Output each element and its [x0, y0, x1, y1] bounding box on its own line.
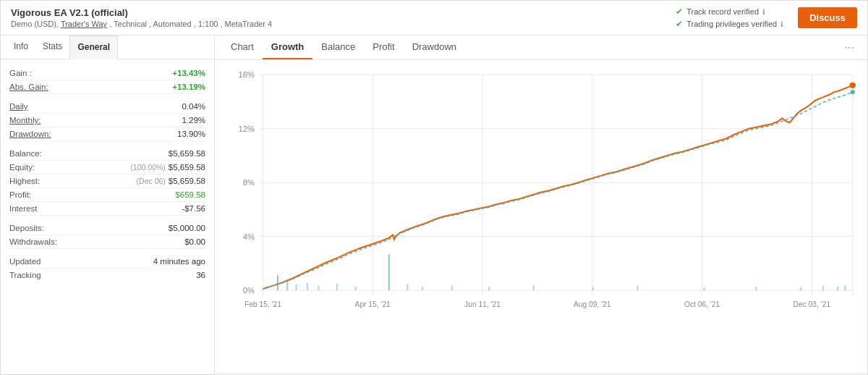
- growth-end-dot: [850, 83, 856, 88]
- highest-label: Highest:: [9, 177, 40, 185]
- balance-row: Balance: $5,659.58: [9, 147, 205, 161]
- chart-tab-chart[interactable]: Chart: [222, 35, 263, 59]
- left-tabs: Info Stats General: [1, 35, 214, 59]
- chart-tabs: Chart Growth Balance Profit Drawdown ···: [215, 35, 867, 60]
- svg-text:8%: 8%: [243, 178, 255, 187]
- chart-area: 16% 12% 8% 4% 0% Feb 15, '21 Apr 15, '21…: [215, 60, 867, 373]
- svg-text:16%: 16%: [239, 70, 255, 79]
- monthly-value: 1.29%: [182, 116, 205, 125]
- track-record-label: Track record verified: [686, 7, 759, 16]
- growth-chart-svg: 16% 12% 8% 4% 0% Feb 15, '21 Apr 15, '21…: [222, 67, 860, 344]
- daily-label: Daily: [9, 102, 28, 111]
- svg-text:12%: 12%: [239, 125, 255, 133]
- equity-label: Equity:: [9, 163, 35, 172]
- drawdown-value: 13.90%: [177, 130, 205, 138]
- tab-general[interactable]: General: [69, 35, 118, 59]
- chart-tab-drawdown[interactable]: Drawdown: [404, 35, 465, 59]
- drawdown-label: Drawdown:: [9, 130, 51, 138]
- abs-gain-value: +13.19%: [172, 83, 205, 91]
- highest-value: $5,659.58: [169, 177, 205, 185]
- gain-row: Gain : +13.43%: [9, 67, 205, 80]
- discuss-button[interactable]: Discuss: [798, 7, 857, 28]
- track-record-verified: ✔ Track record verified ℹ: [676, 7, 783, 17]
- svg-text:0%: 0%: [243, 286, 255, 295]
- tracking-label: Tracking: [9, 271, 41, 279]
- trading-privileges-verified: ✔ Trading privileges verified ℹ: [676, 19, 783, 29]
- equity-growth-line: [263, 92, 852, 289]
- daily-row: Daily 0.04%: [9, 100, 205, 114]
- gain-label: Gain :: [9, 69, 32, 77]
- stats-content: Gain : +13.43% Abs. Gain: +13.19% Daily …: [1, 59, 214, 374]
- svg-text:Apr 15, '21: Apr 15, '21: [355, 300, 391, 308]
- info-icon-2[interactable]: ℹ: [780, 20, 783, 28]
- check-icon-2: ✔: [676, 19, 683, 29]
- updated-value: 4 minutes ago: [153, 257, 205, 266]
- interest-label: Interest: [9, 204, 37, 213]
- deposits-row: Deposits: $5,000.00: [9, 222, 205, 235]
- gain-value: +13.43%: [172, 69, 205, 77]
- drawdown-row: Drawdown: 13.90%: [9, 127, 205, 141]
- highest-value-combo: (Dec 06) $5,659.58: [137, 177, 205, 185]
- tracking-row: Tracking 36: [9, 269, 205, 282]
- chart-tab-balance[interactable]: Balance: [312, 35, 364, 59]
- balance-label: Balance:: [9, 149, 42, 158]
- check-icon-1: ✔: [676, 7, 683, 17]
- page-title: Vigorous EA V2.1 (official): [11, 7, 676, 18]
- equity-row: Equity: (100.00%) $5,659.58: [9, 161, 205, 174]
- profit-row: Profit: $659.58: [9, 188, 205, 202]
- svg-text:Jun 11, '21: Jun 11, '21: [464, 300, 501, 308]
- profit-label: Profit:: [9, 190, 31, 199]
- header-subtitle: Demo (USD), Trader's Way , Technical , A…: [11, 20, 676, 28]
- profit-value: $659.58: [175, 190, 205, 199]
- info-icon-1[interactable]: ℹ: [762, 8, 765, 16]
- verification-section: ✔ Track record verified ℹ ✔ Trading priv…: [676, 7, 783, 29]
- balance-value: $5,659.58: [169, 149, 205, 158]
- svg-text:Oct 06, '21: Oct 06, '21: [684, 300, 720, 308]
- monthly-row: Monthly: 1.29%: [9, 114, 205, 127]
- equity-value: $5,659.58: [169, 163, 205, 172]
- interest-value: -$7.56: [182, 204, 205, 213]
- withdrawals-row: Withdrawals: $0.00: [9, 235, 205, 249]
- chart-tab-growth[interactable]: Growth: [263, 35, 313, 59]
- demo-label: Demo (USD),: [11, 20, 59, 28]
- monthly-label: Monthly:: [9, 116, 41, 125]
- more-options-button[interactable]: ···: [839, 38, 860, 57]
- svg-text:4%: 4%: [243, 232, 255, 241]
- equity-value-combo: (100.00%) $5,659.58: [130, 163, 205, 172]
- svg-text:Aug 09, '21: Aug 09, '21: [574, 300, 611, 308]
- equity-end-dot: [851, 90, 855, 94]
- abs-gain-label: Abs. Gain:: [9, 83, 48, 91]
- broker-link[interactable]: Trader's Way: [61, 20, 107, 28]
- interest-row: Interest -$7.56: [9, 202, 205, 216]
- chart-tab-profit[interactable]: Profit: [364, 35, 403, 59]
- svg-text:Dec 03, '21: Dec 03, '21: [793, 300, 831, 308]
- daily-value: 0.04%: [182, 102, 205, 111]
- tab-info[interactable]: Info: [7, 35, 35, 59]
- svg-text:Feb 15, '21: Feb 15, '21: [244, 300, 281, 308]
- tracking-value: 36: [196, 271, 205, 279]
- highest-row: Highest: (Dec 06) $5,659.58: [9, 174, 205, 188]
- updated-label: Updated: [9, 257, 41, 266]
- deposits-value: $5,000.00: [169, 224, 205, 232]
- highest-date: (Dec 06): [137, 177, 166, 185]
- growth-line: [263, 85, 852, 289]
- subtitle-rest: , Technical , Automated , 1:100 , MetaTr…: [109, 20, 272, 28]
- withdrawals-label: Withdrawals:: [9, 237, 57, 246]
- equity-pct: (100.00%): [130, 163, 165, 172]
- trading-privileges-label: Trading privileges verified: [686, 20, 777, 28]
- updated-row: Updated 4 minutes ago: [9, 255, 205, 269]
- chart-legend: Equity Growth Growth: [215, 373, 867, 374]
- withdrawals-value: $0.00: [184, 237, 205, 246]
- tab-stats[interactable]: Stats: [35, 35, 69, 59]
- deposits-label: Deposits:: [9, 224, 44, 232]
- abs-gain-row: Abs. Gain: +13.19%: [9, 80, 205, 94]
